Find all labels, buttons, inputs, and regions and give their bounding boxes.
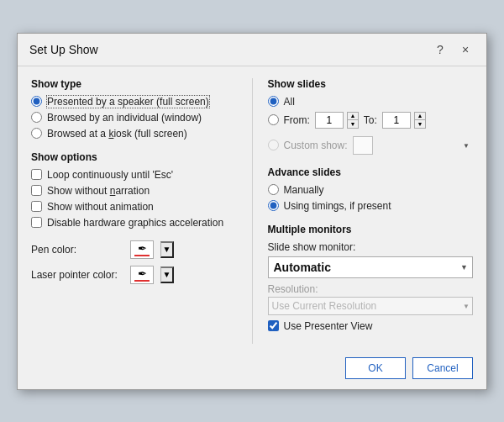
dialog-title: Set Up Show [29, 43, 98, 56]
from-value-input[interactable] [315, 112, 344, 129]
radio-all-label: All [284, 96, 295, 108]
radio-label-kiosk: Browsed at a kiosk (full screen) [47, 128, 187, 140]
radio-manually[interactable]: Manually [268, 184, 474, 196]
multiple-monitors-title: Multiple monitors [268, 224, 474, 235]
show-slides-section: Show slides All From: ▲ ▼ [268, 78, 474, 155]
from-spinner: ▲ ▼ [315, 112, 359, 129]
close-button[interactable]: × [454, 40, 476, 59]
to-spin-down[interactable]: ▼ [415, 120, 425, 128]
checkbox-loop-label: Loop continuously until 'Esc' [47, 169, 173, 181]
laser-color-bar [134, 280, 150, 282]
show-slides-radio-group: All From: ▲ ▼ To: [268, 96, 474, 155]
radio-timings-input[interactable] [268, 200, 279, 211]
column-divider [252, 78, 253, 344]
help-button[interactable]: ? [429, 40, 451, 59]
setup-show-dialog: Set Up Show ? × Show type Presented by a… [17, 33, 487, 390]
cancel-button[interactable]: Cancel [412, 357, 473, 379]
radio-label-fullscreen: Presented by a speaker (full screen) [47, 96, 209, 108]
presenter-view-checkbox[interactable] [268, 320, 279, 331]
radio-custom[interactable]: Custom show: [268, 140, 348, 151]
radio-timings-label: Using timings, if present [284, 200, 391, 212]
title-bar: Set Up Show ? × [18, 34, 486, 66]
show-type-radio-group: Presented by a speaker (full screen) Bro… [31, 96, 237, 140]
advance-slides-title: Advance slides [268, 166, 474, 178]
checkbox-hardware-label: Disable hardware graphics acceleration [47, 217, 223, 229]
custom-show-select-wrapper [353, 136, 473, 155]
radio-manually-label: Manually [284, 184, 324, 196]
laser-color-label: Laser pointer color: [31, 269, 123, 281]
custom-show-label: Custom show: [284, 140, 348, 151]
radio-custom-input[interactable] [268, 140, 279, 150]
show-options-checkboxes: Loop continuously until 'Esc' Show witho… [31, 169, 237, 229]
laser-color-button[interactable]: ✒ [130, 266, 154, 284]
title-bar-buttons: ? × [429, 40, 476, 59]
custom-show-row: Custom show: [268, 136, 474, 155]
checkbox-narration-input[interactable] [31, 185, 42, 196]
checkbox-hardware[interactable]: Disable hardware graphics acceleration [31, 217, 237, 229]
show-type-section: Show type Presented by a speaker (full s… [31, 78, 237, 140]
from-spin-down[interactable]: ▼ [348, 120, 358, 128]
to-value-input[interactable] [382, 112, 411, 129]
show-slides-title: Show slides [268, 78, 474, 90]
right-column: Show slides All From: ▲ ▼ [256, 78, 474, 344]
to-spinner: ▲ ▼ [382, 112, 426, 129]
from-label: From: [284, 114, 310, 126]
pen-color-row: Pen color: ✒ ▼ [31, 240, 237, 259]
checkbox-narration-label: Show without narration [47, 185, 150, 197]
custom-show-select[interactable] [353, 136, 373, 155]
to-label: To: [364, 114, 377, 126]
checkbox-narration[interactable]: Show without narration [31, 185, 237, 197]
radio-kiosk[interactable] [31, 128, 42, 139]
radio-item-window[interactable]: Browsed by an individual (window) [31, 112, 237, 124]
radio-label-window: Browsed by an individual (window) [47, 112, 202, 124]
multiple-monitors-section: Multiple monitors Slide show monitor: Au… [268, 224, 474, 332]
laser-icon: ✒ [138, 268, 147, 279]
pen-color-dropdown[interactable]: ▼ [160, 241, 174, 258]
radio-from-input[interactable] [268, 114, 279, 125]
checkbox-hardware-input[interactable] [31, 217, 42, 228]
dialog-body: Show type Presented by a speaker (full s… [18, 66, 486, 352]
pen-color-swatch: ✒ [133, 243, 151, 256]
laser-color-swatch: ✒ [133, 268, 151, 282]
slide-show-monitor-label: Slide show monitor: [268, 241, 474, 253]
checkbox-animation-label: Show without animation [47, 201, 154, 213]
radio-item-kiosk[interactable]: Browsed at a kiosk (full screen) [31, 128, 237, 140]
advance-slides-section: Advance slides Manually Using timings, i… [268, 166, 474, 212]
from-spin-up[interactable]: ▲ [348, 113, 358, 121]
resolution-label-text: Resolution: [268, 283, 474, 295]
pen-color-label: Pen color: [31, 244, 123, 256]
advance-slides-radio-group: Manually Using timings, if present [268, 184, 474, 212]
radio-from[interactable]: From: ▲ ▼ To: ▲ [268, 112, 474, 129]
laser-color-row: Laser pointer color: ✒ ▼ [31, 266, 237, 284]
radio-manually-input[interactable] [268, 184, 279, 195]
presenter-view-row: Use Presenter View [268, 320, 474, 332]
radio-timings[interactable]: Using timings, if present [268, 200, 474, 212]
pen-icon: ✒ [138, 243, 147, 254]
left-column: Show type Presented by a speaker (full s… [31, 78, 249, 344]
show-type-title: Show type [31, 78, 237, 90]
radio-all-input[interactable] [268, 96, 279, 107]
pen-color-bar [134, 255, 150, 256]
slide-monitor-select[interactable]: Automatic [268, 256, 474, 278]
slide-monitor-wrapper: Automatic [268, 256, 474, 278]
presenter-view-label: Use Presenter View [284, 320, 373, 332]
checkbox-loop[interactable]: Loop continuously until 'Esc' [31, 169, 237, 181]
to-spin-up[interactable]: ▲ [415, 113, 425, 121]
checkbox-loop-input[interactable] [31, 169, 42, 180]
ok-button[interactable]: OK [345, 357, 406, 379]
dialog-footer: OK Cancel [18, 352, 486, 389]
radio-fullscreen[interactable] [31, 96, 42, 107]
from-spinner-btns: ▲ ▼ [347, 112, 359, 129]
to-spinner-btns: ▲ ▼ [414, 112, 426, 129]
laser-color-dropdown[interactable]: ▼ [160, 266, 174, 283]
pen-color-button[interactable]: ✒ [130, 240, 154, 259]
show-options-section: Show options Loop continuously until 'Es… [31, 151, 237, 229]
resolution-wrapper: Use Current Resolution [268, 297, 474, 315]
radio-window[interactable] [31, 112, 42, 123]
radio-item-fullscreen[interactable]: Presented by a speaker (full screen) [31, 96, 237, 108]
resolution-select[interactable]: Use Current Resolution [268, 297, 474, 315]
checkbox-animation[interactable]: Show without animation [31, 201, 237, 213]
show-options-title: Show options [31, 151, 237, 163]
checkbox-animation-input[interactable] [31, 201, 42, 212]
radio-all[interactable]: All [268, 96, 474, 108]
